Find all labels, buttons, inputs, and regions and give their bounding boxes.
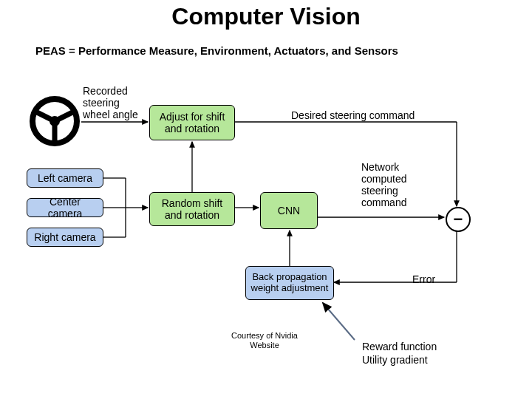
box-center-camera: Center camera [27,198,103,217]
steering-wheel-icon [30,96,80,146]
minus-icon: − [454,210,463,229]
peas-definition: PEAS = Performance Measure, Environment,… [35,44,398,57]
box-backpropagation: Back propagation weight adjustment [245,266,334,300]
peas-rest: Performance Measure, Environment, Actuat… [78,44,398,57]
box-random-shift-rotation: Random shift and rotation [149,192,235,226]
label-error: Error [412,273,435,285]
label-recorded-steering: Recorded steering wheel angle [83,85,138,120]
annotation-reward-function: Reward function Utility gradient [362,340,437,366]
image-credit: Courtesy of Nvidia Website [213,331,316,350]
peas-lead: PEAS = [35,44,78,57]
box-left-camera: Left camera [27,168,103,188]
box-right-camera: Right camera [27,228,103,247]
page-title: Computer Vision [0,3,532,30]
box-cnn: CNN [260,192,318,229]
label-network-command: Network computed steering command [361,161,406,208]
subtractor-node: − [446,207,471,232]
label-desired-steering: Desired steering command [291,109,415,121]
svg-line-14 [323,303,355,340]
box-adjust-shift-rotation: Adjust for shift and rotation [149,105,235,140]
